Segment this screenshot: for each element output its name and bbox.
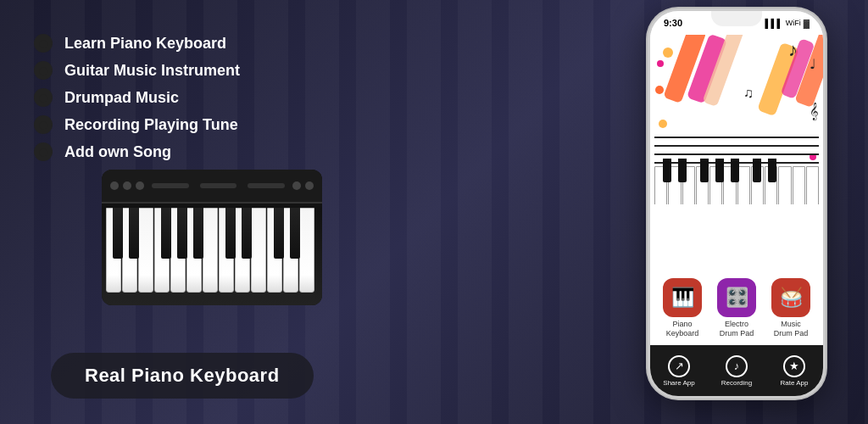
phone-white-key-11 xyxy=(793,166,805,204)
deco-dot-4 xyxy=(659,120,667,128)
piano-keyboard-label: Piano Keyboard xyxy=(666,320,699,338)
piano-slider-1 xyxy=(152,183,189,188)
staff-line-3 xyxy=(654,153,819,155)
wifi-icon: WiFi xyxy=(786,19,801,27)
status-icons: ▌▌▌ WiFi ▓ xyxy=(765,19,810,28)
rate-icon[interactable]: ★ xyxy=(783,355,805,377)
battery-icon: ▓ xyxy=(804,19,810,28)
white-key-10 xyxy=(251,208,266,293)
black-key-3 xyxy=(161,208,171,259)
deco-dot-3 xyxy=(655,86,664,94)
staff-line-4 xyxy=(654,162,819,164)
black-key-4 xyxy=(177,208,187,259)
nav-share-app[interactable]: ↗ Share App xyxy=(656,355,702,387)
feature-label-1: Learn Piano Keyboard xyxy=(64,35,226,53)
black-key-6 xyxy=(225,208,236,259)
phone-white-key-10 xyxy=(778,166,791,204)
music-note-1: ♪ xyxy=(788,39,798,61)
feature-item-1: Learn Piano Keyboard xyxy=(34,34,509,53)
music-drum-icon[interactable]: 🥁 xyxy=(771,278,810,317)
phone-piano-header: ♪ ♩ 𝄞 ♫ xyxy=(650,35,823,204)
black-key-7 xyxy=(242,208,252,259)
rate-label: Rate App xyxy=(781,379,809,387)
phone-keyboard-area xyxy=(650,137,823,204)
status-time: 9:30 xyxy=(664,18,682,28)
phone-white-key-12 xyxy=(806,166,819,204)
app-icon-piano-keyboard[interactable]: 🎹 Piano Keyboard xyxy=(659,278,705,338)
phone-white-key-4 xyxy=(696,166,709,204)
phone-white-key-8 xyxy=(751,166,764,204)
black-key-8 xyxy=(274,208,284,259)
black-key-1 xyxy=(113,208,123,259)
piano-knob-4 xyxy=(292,181,301,190)
black-key-9 xyxy=(290,208,300,259)
deco-dot-2 xyxy=(657,60,664,67)
piano-keyboard-icon[interactable]: 🎹 xyxy=(663,278,702,317)
music-note-2: ♩ xyxy=(810,56,816,72)
white-key-3 xyxy=(138,208,153,293)
feature-list: Learn Piano Keyboard Guitar Music Instru… xyxy=(34,34,509,170)
phone-white-key-5 xyxy=(709,166,722,204)
feature-item-4: Recording Playing Tune xyxy=(34,115,509,134)
piano-knob-1 xyxy=(110,181,119,190)
white-key-7 xyxy=(203,208,218,293)
music-drum-label: Music Drum Pad xyxy=(774,320,809,338)
deco-dot-1 xyxy=(663,47,673,58)
phone-white-key-7 xyxy=(737,166,750,204)
staff-lines xyxy=(654,137,819,170)
app-title: Real Piano Keyboard xyxy=(85,365,280,386)
white-key-13 xyxy=(299,208,314,293)
piano-top-controls xyxy=(102,170,322,204)
phone-keys-row xyxy=(654,166,819,204)
piano-knob-3 xyxy=(136,181,144,190)
phone-frame: 9:30 ▌▌▌ WiFi ▓ xyxy=(648,8,826,399)
staff-line-2 xyxy=(654,145,819,147)
piano-slider-3 xyxy=(248,183,285,188)
black-key-2 xyxy=(129,208,139,259)
phone-white-key-1 xyxy=(654,166,667,204)
share-icon[interactable]: ↗ xyxy=(668,355,690,377)
phone-bottom-nav: ↗ Share App ♪ Recording ★ Rate App xyxy=(650,345,823,396)
electro-drum-label: Electro Drum Pad xyxy=(720,320,754,338)
music-note-4: ♫ xyxy=(743,86,754,101)
music-drum-glyph: 🥁 xyxy=(780,287,803,309)
app-icon-electro-drum[interactable]: 🎛️ Electro Drum Pad xyxy=(714,278,760,338)
signal-icon: ▌▌▌ xyxy=(765,19,782,28)
feature-label-3: Drumpad Music xyxy=(64,89,179,107)
feature-item-2: Guitar Music Instrument xyxy=(34,61,509,80)
feature-item-3: Drumpad Music xyxy=(34,88,509,107)
feature-label-4: Recording Playing Tune xyxy=(64,116,238,134)
black-key-5 xyxy=(193,208,203,259)
piano-knob-5 xyxy=(305,181,314,190)
staff-line-1 xyxy=(654,137,819,138)
piano-image-container xyxy=(102,170,322,305)
electro-icon-glyph: 🎛️ xyxy=(726,287,748,309)
music-note-3: 𝄞 xyxy=(810,103,819,120)
app-icon-music-drum[interactable]: 🥁 Music Drum Pad xyxy=(768,278,814,338)
phone-mockup: 9:30 ▌▌▌ WiFi ▓ xyxy=(648,8,834,416)
feature-label-2: Guitar Music Instrument xyxy=(64,62,240,80)
recording-label: Recording xyxy=(721,379,752,387)
share-label: Share App xyxy=(663,379,694,387)
phone-white-key-3 xyxy=(682,166,695,204)
piano-image xyxy=(102,170,322,305)
phone-notch xyxy=(711,11,762,26)
feature-label-5: Add own Song xyxy=(64,143,171,161)
piano-knob-2 xyxy=(123,181,131,190)
feature-item-5: Add own Song xyxy=(34,142,509,161)
piano-body xyxy=(102,170,322,305)
piano-slider-2 xyxy=(200,183,237,188)
phone-white-key-9 xyxy=(765,166,777,204)
phone-apps-grid: 🎹 Piano Keyboard 🎛️ Electro Drum Pad 🥁 M… xyxy=(650,270,823,345)
recording-icon[interactable]: ♪ xyxy=(726,355,748,377)
piano-keys-area xyxy=(102,204,322,305)
phone-screen: ♪ ♩ 𝄞 ♫ xyxy=(650,35,823,396)
nav-recording[interactable]: ♪ Recording xyxy=(714,355,760,387)
electro-drum-icon[interactable]: 🎛️ xyxy=(717,278,756,317)
app-title-badge: Real Piano Keyboard xyxy=(51,353,314,399)
phone-white-key-6 xyxy=(723,166,736,204)
nav-rate-app[interactable]: ★ Rate App xyxy=(771,355,817,387)
piano-icon-glyph: 🎹 xyxy=(671,287,694,309)
phone-white-key-2 xyxy=(668,166,681,204)
